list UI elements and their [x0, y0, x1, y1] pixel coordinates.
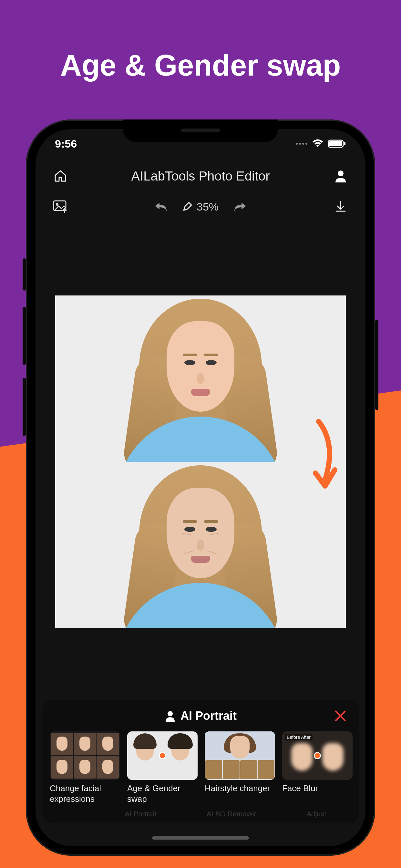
- canvas-area[interactable]: [35, 226, 366, 698]
- undo-icon: [154, 201, 168, 213]
- phone-frame: 9:56 AILabTools Photo Editor: [26, 120, 375, 856]
- svg-rect-1: [329, 141, 342, 146]
- after-image: [55, 462, 346, 628]
- before-image: [55, 296, 346, 462]
- phone-side-button: [375, 320, 378, 410]
- option-label: Face Blur: [282, 783, 352, 794]
- home-icon: [53, 169, 67, 183]
- option-label: Change facial expressions: [50, 783, 120, 804]
- svg-rect-2: [344, 142, 345, 145]
- home-indicator[interactable]: [152, 836, 249, 840]
- wifi-icon: [312, 139, 323, 148]
- redo-button[interactable]: [232, 198, 249, 215]
- redo-icon: [233, 201, 247, 213]
- portrait-icon: [164, 710, 176, 722]
- status-indicators: [296, 139, 346, 148]
- cellular-dots-icon: [296, 143, 307, 145]
- person-icon: [334, 169, 348, 183]
- panel-title-text: AI Portrait: [181, 709, 237, 723]
- battery-icon: [328, 139, 346, 148]
- before-after-image: [55, 296, 346, 628]
- background-tab-row: AI Portrait AI BG Remover Adjust: [50, 810, 351, 818]
- option-thumb: [205, 732, 275, 780]
- home-button[interactable]: [52, 167, 69, 185]
- option-change-expressions[interactable]: Change facial expressions: [50, 732, 120, 804]
- option-face-blur[interactable]: Before After Face Blur: [282, 732, 352, 804]
- option-age-gender-swap[interactable]: Age & Gender swap: [127, 732, 197, 804]
- phone-side-button: [23, 258, 26, 290]
- phone-notch: [123, 120, 278, 142]
- options-row: Change facial expressions Age & Gender s…: [50, 732, 351, 804]
- thumb-tag: Before After: [285, 734, 312, 740]
- image-upload-icon: [53, 200, 68, 213]
- option-thumb: [50, 732, 120, 780]
- svg-point-5: [56, 203, 58, 206]
- download-button[interactable]: [332, 198, 349, 215]
- bg-tab: AI BG Remover: [207, 810, 256, 818]
- app-screen: 9:56 AILabTools Photo Editor: [35, 129, 366, 846]
- option-label: Age & Gender swap: [127, 783, 197, 804]
- ai-portrait-panel: AI Portrait Change facial expressions: [42, 700, 359, 824]
- zoom-value: 35%: [197, 200, 219, 213]
- svg-point-3: [338, 170, 343, 176]
- app-header: AILabTools Photo Editor: [35, 161, 366, 190]
- pencil-icon: [182, 202, 192, 212]
- app-title: AILabTools Photo Editor: [131, 169, 270, 183]
- import-image-button[interactable]: [52, 198, 69, 215]
- undo-button[interactable]: [152, 198, 169, 215]
- profile-button[interactable]: [332, 167, 349, 185]
- option-thumb: Before After: [282, 732, 352, 780]
- zoom-indicator[interactable]: 35%: [182, 200, 219, 213]
- option-label: Hairstyle changer: [205, 783, 275, 794]
- close-panel-button[interactable]: [333, 708, 348, 724]
- panel-header: AI Portrait: [50, 706, 351, 725]
- close-icon: [334, 709, 347, 722]
- option-thumb: [127, 732, 197, 780]
- phone-side-button: [23, 378, 26, 436]
- download-icon: [334, 200, 347, 213]
- option-hairstyle-changer[interactable]: Hairstyle changer: [205, 732, 275, 804]
- promo-title: Age & Gender swap: [0, 49, 401, 82]
- editor-toolbar: 35%: [35, 194, 366, 220]
- bg-tab: Adjust: [306, 810, 326, 818]
- bg-tab: AI Portrait: [125, 810, 157, 818]
- status-time: 9:56: [55, 137, 77, 150]
- phone-side-button: [23, 307, 26, 365]
- svg-point-6: [167, 711, 173, 716]
- transform-arrow-icon: [306, 418, 338, 492]
